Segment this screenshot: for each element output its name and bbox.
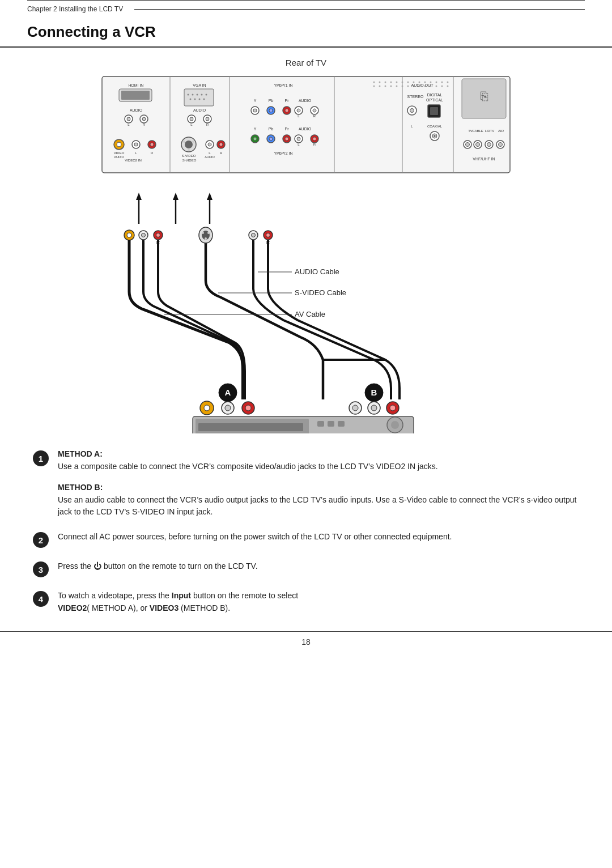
step-1-number: 1 (33, 450, 49, 466)
svg-point-18 (436, 82, 437, 83)
svg-marker-155 (207, 193, 212, 200)
svg-point-144 (476, 143, 480, 147)
svg-point-129 (410, 109, 414, 113)
step-1-row: 1 METHOD A: Use a composite cable to con… (33, 449, 579, 518)
step-3-number: 3 (33, 561, 49, 577)
svg-point-114 (188, 149, 190, 151)
svg-point-24 (390, 86, 392, 87)
svg-rect-39 (121, 91, 150, 100)
svg-text:COAXIAL: COAXIAL (427, 125, 443, 128)
step-4-text: To watch a videotape, press the Input bu… (58, 590, 579, 614)
svg-point-8 (379, 82, 381, 83)
step-2-number: 2 (33, 532, 49, 548)
svg-point-13 (407, 82, 409, 83)
cable-diagram-svg: L R L R (96, 190, 516, 433)
svg-point-21 (373, 86, 375, 87)
page-title: Connecting a VCR (27, 23, 156, 40)
svg-text:R: R (220, 151, 223, 155)
svg-point-25 (396, 86, 398, 87)
svg-text:R: R (143, 123, 146, 126)
svg-point-100 (117, 142, 121, 147)
svg-text:AV Cable: AV Cable (295, 310, 325, 318)
svg-point-42 (127, 117, 130, 121)
svg-point-204 (391, 421, 399, 429)
svg-point-159 (142, 233, 146, 237)
svg-point-32 (436, 86, 437, 87)
svg-point-104 (150, 143, 154, 146)
svg-point-7 (373, 82, 375, 83)
svg-text:YPbPr1 IN: YPbPr1 IN (274, 83, 292, 87)
svg-text:AUDIO: AUDIO (130, 108, 143, 112)
svg-text:R: R (313, 114, 316, 118)
method-b-text: Use an audio cable to connect the VCR’s … (58, 494, 579, 518)
step-4-content: To watch a videotape, press the Input bu… (58, 590, 579, 614)
svg-marker-153 (173, 193, 178, 200)
svg-rect-199 (198, 423, 303, 431)
svg-text:AUDIO: AUDIO (114, 155, 124, 159)
page-number: 18 (301, 637, 311, 646)
svg-text:STEREO: STEREO (407, 95, 424, 99)
svg-point-112 (183, 141, 185, 143)
svg-point-172 (266, 233, 270, 237)
svg-point-33 (441, 86, 443, 87)
svg-rect-200 (317, 421, 324, 427)
step-2-content: Connect all AC power sources, before tur… (58, 531, 579, 543)
svg-text:YPbPr2 IN: YPbPr2 IN (274, 151, 292, 155)
step-3-text: Press the ⏻ button on the remote to turn… (58, 560, 579, 573)
svg-point-93 (297, 137, 300, 141)
svg-point-73 (269, 109, 273, 112)
svg-rect-0 (102, 76, 510, 173)
svg-text:HDTV: HDTV (485, 129, 494, 133)
chapter-label: Chapter 2 Installing the LCD TV (27, 5, 123, 13)
svg-point-113 (192, 141, 194, 143)
svg-point-111 (185, 141, 193, 148)
power-icon: ⏻ (94, 561, 101, 571)
svg-text:S-VIDEO: S-VIDEO (182, 159, 197, 162)
svg-point-167 (207, 232, 210, 234)
svg-point-62 (206, 117, 209, 121)
diagram-container: Rear of TV (27, 58, 585, 433)
svg-text:AUDIO: AUDIO (299, 99, 312, 103)
svg-text:AUDIO OUT: AUDIO OUT (411, 83, 434, 87)
svg-point-192 (352, 405, 358, 411)
svg-point-75 (285, 109, 288, 112)
svg-point-10 (390, 82, 392, 83)
svg-text:Pr: Pr (285, 127, 290, 131)
step-2-text: Connect all AC power sources, before tur… (58, 531, 579, 543)
svg-point-188 (225, 405, 231, 411)
svg-point-27 (407, 86, 409, 87)
svg-point-142 (466, 143, 470, 147)
page-title-section: Connecting a VCR (0, 13, 612, 48)
svg-point-157 (127, 233, 131, 237)
method-a-label: METHOD A: (58, 449, 579, 458)
svg-point-12 (402, 82, 403, 83)
svg-point-116 (208, 143, 211, 146)
svg-point-53 (206, 94, 207, 96)
svg-point-77 (297, 109, 300, 112)
svg-point-9 (385, 82, 386, 83)
svg-point-49 (188, 94, 189, 96)
svg-rect-201 (328, 421, 334, 427)
svg-point-146 (487, 143, 491, 147)
svg-text:Pb: Pb (269, 127, 274, 131)
svg-text:S-VIDEO Cable: S-VIDEO Cable (295, 288, 346, 297)
svg-text:VIDEO: VIDEO (114, 151, 125, 155)
svg-point-170 (252, 233, 256, 237)
svg-text:⎘: ⎘ (481, 89, 488, 103)
svg-point-190 (245, 405, 251, 411)
svg-text:S-VIDEO: S-VIDEO (182, 154, 196, 158)
steps-section: 1 METHOD A: Use a composite cable to con… (27, 449, 585, 614)
svg-point-11 (396, 82, 398, 83)
svg-point-95 (313, 137, 316, 141)
svg-point-168 (205, 237, 207, 240)
main-content: Rear of TV (0, 58, 612, 614)
svg-text:VGA IN: VGA IN (193, 83, 206, 87)
svg-text:R: R (206, 123, 209, 126)
svg-point-26 (402, 86, 403, 87)
svg-text:R: R (313, 143, 316, 146)
svg-point-22 (379, 86, 381, 87)
svg-point-79 (313, 109, 316, 112)
svg-text:VIDEO2 IN: VIDEO2 IN (125, 159, 142, 162)
svg-point-50 (192, 94, 194, 96)
svg-text:A: A (225, 388, 231, 397)
